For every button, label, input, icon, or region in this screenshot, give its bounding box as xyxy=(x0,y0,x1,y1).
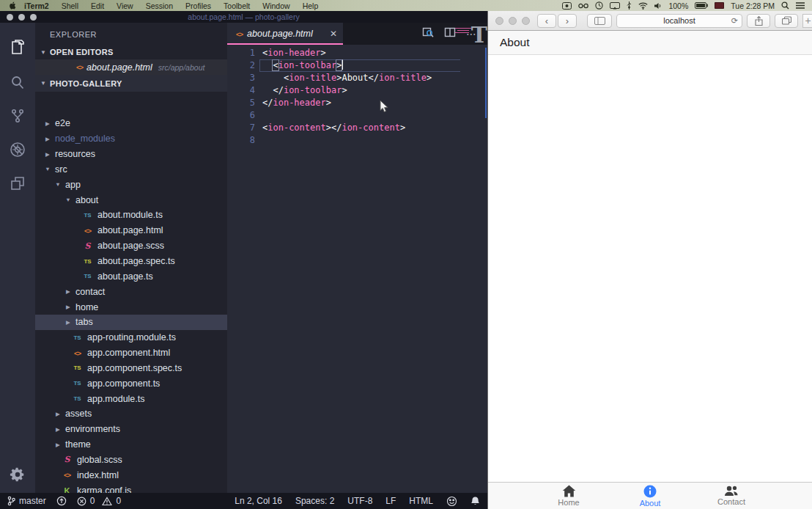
tree-folder-theme[interactable]: ▶theme xyxy=(35,437,227,453)
notification-center-icon[interactable] xyxy=(796,2,805,9)
tree-file-about.module.ts[interactable]: TSabout.module.ts xyxy=(35,208,227,223)
open-editor-item[interactable]: <> about.page.html src/app/about xyxy=(35,59,227,75)
vscode-titlebar[interactable]: about.page.html — photo-gallery xyxy=(0,11,487,23)
extensions-icon[interactable] xyxy=(0,166,35,200)
tree-file-about.page.spec.ts[interactable]: TSabout.page.spec.ts xyxy=(35,254,227,269)
airplay-display-icon[interactable] xyxy=(610,2,620,10)
problems-indicator[interactable]: 0 0 xyxy=(77,496,121,506)
code-line-7[interactable]: 7<ion-content></ion-content> xyxy=(227,122,487,134)
back-button[interactable]: ‹ xyxy=(537,14,556,28)
tree-folder-src[interactable]: ▼src xyxy=(35,162,227,177)
open-editors-section-header[interactable]: ▼ OPEN EDITORS xyxy=(35,45,227,59)
menu-shell[interactable]: Shell xyxy=(62,1,78,10)
wifi-icon[interactable] xyxy=(638,2,648,10)
tree-folder-resources[interactable]: ▶resources xyxy=(35,147,227,162)
debug-icon[interactable] xyxy=(0,133,35,166)
tree-folder-environments[interactable]: ▶environments xyxy=(35,422,227,437)
share-button[interactable] xyxy=(747,14,770,28)
language-mode-indicator[interactable]: HTML xyxy=(409,496,433,506)
code-line-5[interactable]: 5</ion-header> xyxy=(227,97,487,109)
show-all-tabs-button[interactable] xyxy=(775,14,798,28)
tree-folder-contact[interactable]: ▶contact xyxy=(35,284,227,299)
menu-window[interactable]: Window xyxy=(262,1,289,10)
ts-spec-file-icon: TS xyxy=(71,365,84,371)
minimize-window-button[interactable] xyxy=(509,17,517,25)
tab-contact[interactable]: Contact xyxy=(691,483,772,509)
tree-file-about.page.scss[interactable]: Sabout.page.scss xyxy=(35,238,227,254)
editor-tab-bar: <> about.page.html ✕ ⋯ xyxy=(227,23,487,45)
tree-file-index.html[interactable]: <>index.html xyxy=(35,467,227,483)
source-control-icon[interactable] xyxy=(0,99,35,133)
code-line-8[interactable]: 8 xyxy=(227,134,487,147)
code-line-3[interactable]: 3 <ion-title>About</ion-title> xyxy=(227,72,487,84)
tree-file-app.module.ts[interactable]: TSapp.module.ts xyxy=(35,391,227,406)
sidebar-toggle-button[interactable] xyxy=(587,14,612,28)
settings-gear-icon[interactable] xyxy=(0,466,35,483)
tree-item-label: home xyxy=(75,302,98,312)
ts-spec-file-icon: TS xyxy=(81,258,94,265)
menubar-clock[interactable]: Tue 2:28 PM xyxy=(731,1,775,10)
encoding-indicator[interactable]: UTF-8 xyxy=(347,496,372,506)
menu-help[interactable]: Help xyxy=(303,1,319,10)
menu-edit[interactable]: Edit xyxy=(91,1,104,10)
new-tab-button[interactable]: + xyxy=(802,14,812,28)
tree-file-karma.conf.js[interactable]: Kkarma.conf.js xyxy=(35,483,227,493)
explorer-icon[interactable] xyxy=(0,32,35,65)
tree-file-app.component.ts[interactable]: TSapp.component.ts xyxy=(35,376,227,391)
menu-profiles[interactable]: Profiles xyxy=(185,1,211,10)
menu-view[interactable]: View xyxy=(117,1,133,10)
screen-recording-icon[interactable] xyxy=(562,2,572,10)
tree-folder-assets[interactable]: ▶assets xyxy=(35,406,227,422)
sync-indicator[interactable] xyxy=(56,496,67,506)
zoom-window-button[interactable] xyxy=(522,17,530,25)
reload-icon[interactable]: ⟳ xyxy=(731,16,738,26)
tree-file-about.page.html[interactable]: <>about.page.html xyxy=(35,223,227,238)
tree-file-global.scss[interactable]: Sglobal.scss xyxy=(35,453,227,468)
code-editor[interactable]: 1<ion-header>2 <ion-toolbar>3 <ion-title… xyxy=(227,45,487,493)
project-section-header[interactable]: ▼ PHOTO-GALLERY xyxy=(35,75,227,92)
tab-home[interactable]: Home xyxy=(528,483,609,509)
spotlight-icon[interactable] xyxy=(781,1,789,10)
eol-indicator[interactable]: LF xyxy=(385,496,396,506)
tree-file-about.page.ts[interactable]: TSabout.page.ts xyxy=(35,268,227,284)
cursor-position-indicator[interactable]: Ln 2, Col 16 xyxy=(235,496,282,506)
tree-folder-tabs[interactable]: ▶tabs xyxy=(35,315,227,330)
code-line-1[interactable]: 1<ion-header> xyxy=(227,47,487,59)
feedback-smiley-icon[interactable] xyxy=(446,496,457,507)
git-branch-indicator[interactable]: master xyxy=(7,496,46,506)
indentation-indicator[interactable]: Spaces: 2 xyxy=(295,496,334,506)
tree-folder-about[interactable]: ▼about xyxy=(35,192,227,208)
open-preview-icon[interactable] xyxy=(422,26,434,41)
volume-icon[interactable] xyxy=(654,2,662,10)
code-line-2[interactable]: 2 <ion-toolbar> xyxy=(227,59,487,72)
tree-folder-e2e[interactable]: ▶e2e xyxy=(35,116,227,131)
menu-toolbelt[interactable]: Toolbelt xyxy=(224,1,250,10)
menu-iterm2[interactable]: iTerm2 xyxy=(24,1,49,10)
input-source-flag-icon[interactable] xyxy=(715,2,724,9)
code-line-4[interactable]: 4 </ion-toolbar> xyxy=(227,84,487,97)
time-machine-icon[interactable] xyxy=(595,1,603,10)
apple-menu-icon[interactable] xyxy=(9,1,17,10)
battery-icon[interactable] xyxy=(695,2,708,9)
tree-file-app.component.spec.ts[interactable]: TSapp.component.spec.ts xyxy=(35,361,227,376)
tab-about[interactable]: About xyxy=(610,483,690,509)
tree-folder-node_modules[interactable]: ▶node_modules xyxy=(35,131,227,147)
notifications-bell-icon[interactable] xyxy=(470,496,480,507)
tab-about-page-html[interactable]: <> about.page.html ✕ xyxy=(227,23,343,45)
code-line-6[interactable]: 6 xyxy=(227,109,487,122)
address-bar[interactable]: localhost ⟳ xyxy=(616,14,742,28)
close-window-button[interactable] xyxy=(495,17,503,25)
tree-folder-app[interactable]: ▼app xyxy=(35,177,227,192)
search-icon[interactable] xyxy=(0,65,35,99)
tree-folder-home[interactable]: ▶home xyxy=(35,299,227,315)
tree-file-app-routing.module.ts[interactable]: TSapp-routing.module.ts xyxy=(35,330,227,345)
close-tab-icon[interactable]: ✕ xyxy=(330,29,337,39)
tree-file-app.component.html[interactable]: <>app.component.html xyxy=(35,345,227,361)
tree-item-label: karma.conf.js xyxy=(77,486,131,493)
dongle-icon[interactable] xyxy=(627,1,632,10)
url-text: localhost xyxy=(663,16,695,25)
menu-session[interactable]: Session xyxy=(146,1,173,10)
forward-button[interactable]: › xyxy=(558,14,577,28)
split-editor-icon[interactable] xyxy=(444,26,456,41)
glasses-icon[interactable] xyxy=(578,2,588,9)
